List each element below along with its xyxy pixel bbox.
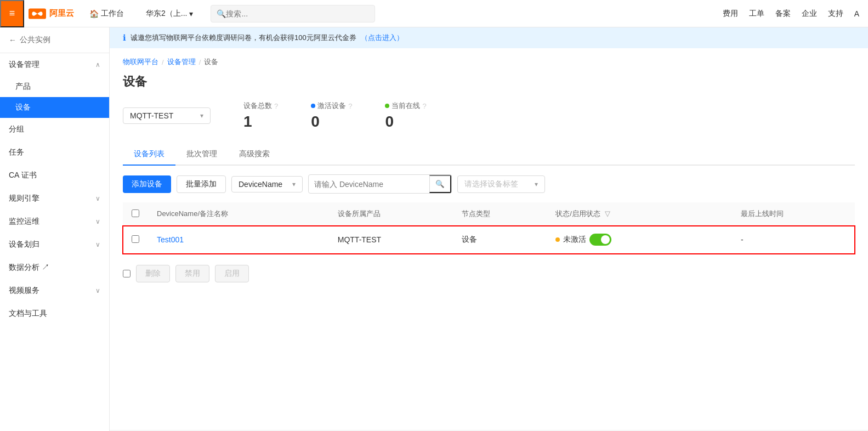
sidebar-item-products[interactable]: 产品 <box>0 76 109 97</box>
add-device-button[interactable]: 添加设备 <box>123 175 171 193</box>
aliyun-logo-icon <box>29 8 46 19</box>
sidebar-back-label: 公共实例 <box>20 35 50 45</box>
stat-online-help-icon[interactable]: ? <box>422 102 426 110</box>
breadcrumb-iot-platform[interactable]: 物联网平台 <box>123 57 158 67</box>
sidebar-section-title-video[interactable]: 视频服务 ∨ <box>0 279 109 302</box>
table-row: Test001 MQTT-TEST 设备 未激活 - <box>123 226 855 254</box>
row-checkbox[interactable] <box>132 235 139 243</box>
search-field-value: DeviceName <box>239 180 282 189</box>
global-search-bar[interactable]: 🔍 <box>211 5 375 22</box>
stat-online-devices: 当前在线 ? 0 <box>385 101 426 131</box>
sidebar-section-title-ca[interactable]: CA 证书 <box>0 164 109 187</box>
stat-online-label: 当前在线 <box>392 101 420 111</box>
sidebar-section-title-tasks[interactable]: 任务 <box>0 141 109 164</box>
nav-user-avatar[interactable]: A <box>854 9 859 18</box>
status-filter-icon[interactable]: ▽ <box>605 209 610 218</box>
table-header: DeviceName/备注名称 设备所属产品 节点类型 状态/启用状态 ▽ <box>123 202 855 226</box>
stats-row: MQTT-TEST ▾ 设备总数 ? 1 激活设备 ? 0 <box>123 101 855 131</box>
section-monitor-label: 监控运维 <box>9 217 39 226</box>
sidebar-section-tasks: 任务 <box>0 141 109 164</box>
device-table: DeviceName/备注名称 设备所属产品 节点类型 状态/启用状态 ▽ <box>123 202 855 254</box>
enable-button[interactable]: 启用 <box>215 265 249 282</box>
sidebar-section-title-docs[interactable]: 文档与工具 <box>0 302 109 325</box>
sidebar-section-title-data-analysis[interactable]: 数据分析 ↗ <box>0 256 109 279</box>
search-submit-button[interactable]: 🔍 <box>429 175 451 193</box>
chevron-down-icon: ▾ <box>189 9 193 18</box>
tab-advanced-search-label: 高级搜索 <box>239 149 270 158</box>
tab-batch-mgmt[interactable]: 批次管理 <box>175 144 228 166</box>
nav-enterprise[interactable]: 企业 <box>802 9 817 19</box>
nav-cost[interactable]: 费用 <box>723 9 738 19</box>
col-node-type: 节点类型 <box>453 202 547 226</box>
sidebar-section-title-device-assign[interactable]: 设备划归 ∨ <box>0 233 109 256</box>
collapse-icon-device-mgmt: ∧ <box>95 61 100 69</box>
search-input[interactable] <box>226 9 369 18</box>
stat-activated-dot <box>311 104 315 108</box>
batch-add-button[interactable]: 批量添加 <box>177 175 226 193</box>
device-name-link[interactable]: Test001 <box>157 235 184 244</box>
stat-activated-help-icon[interactable]: ? <box>348 102 352 110</box>
stat-online-value: 0 <box>385 113 426 131</box>
breadcrumb: 物联网平台 / 设备管理 / 设备 <box>123 57 855 67</box>
delete-button[interactable]: 删除 <box>136 265 170 282</box>
section-ca-label: CA 证书 <box>9 171 37 180</box>
section-video-label: 视频服务 <box>9 286 39 296</box>
notice-bar: ℹ 诚邀您填写物联网平台依赖度调研问卷，有机会获得100元阿里云代金券 （点击进… <box>110 27 868 48</box>
disable-button[interactable]: 禁用 <box>175 265 209 282</box>
stat-total-devices: 设备总数 ? 1 <box>243 101 278 131</box>
search-input-wrap: 🔍 <box>308 174 452 194</box>
sidebar-section-device-management: 设备管理 ∧ 产品 设备 <box>0 53 109 118</box>
breadcrumb-sep-1: / <box>162 58 164 66</box>
product-selector-value: MQTT-TEST <box>130 111 173 120</box>
sidebar-item-products-label: 产品 <box>15 82 31 90</box>
sidebar-item-devices[interactable]: 设备 <box>0 97 109 118</box>
tag-selector[interactable]: 请选择设备标签 ▾ <box>457 175 545 193</box>
stat-total-help-icon[interactable]: ? <box>274 102 278 110</box>
sidebar-section-title-monitor[interactable]: 监控运维 ∨ <box>0 210 109 233</box>
sidebar-section-groups: 分组 <box>0 118 109 141</box>
select-all-checkbox[interactable] <box>132 209 139 217</box>
tab-device-list[interactable]: 设备列表 <box>123 144 175 166</box>
stat-online-dot <box>385 104 389 108</box>
search-field-selector[interactable]: DeviceName ▾ <box>231 176 303 192</box>
hamburger-button[interactable]: ≡ <box>0 0 24 27</box>
workbench-label: 工作台 <box>101 9 124 19</box>
device-search-input[interactable] <box>309 177 429 192</box>
device-tabs: 设备列表 批次管理 高级搜索 <box>123 144 855 166</box>
main-content: ℹ 诚邀您填写物联网平台依赖度调研问卷，有机会获得100元阿里云代金券 （点击进… <box>110 27 868 431</box>
cell-operations <box>696 226 732 254</box>
section-data-analysis-label: 数据分析 ↗ <box>9 263 49 273</box>
cell-last-online: - <box>732 226 855 254</box>
nav-ticket[interactable]: 工单 <box>749 9 764 19</box>
breadcrumb-device-mgmt[interactable]: 设备管理 <box>167 57 196 67</box>
stat-total-label: 设备总数 <box>243 101 272 111</box>
toolbar: 添加设备 批量添加 DeviceName ▾ 🔍 请选择设备标签 ▾ <box>123 174 855 194</box>
bottom-select-all-checkbox[interactable] <box>123 270 131 277</box>
sidebar-section-title-rules[interactable]: 规则引擎 ∨ <box>0 187 109 210</box>
cell-product: MQTT-TEST <box>329 226 453 254</box>
sidebar-section-data-analysis: 数据分析 ↗ <box>0 256 109 279</box>
status-text: 未激活 <box>563 235 586 245</box>
sidebar-section-device-assign: 设备划归 ∨ <box>0 233 109 256</box>
sidebar-section-monitor: 监控运维 ∨ <box>0 210 109 233</box>
sidebar-section-title-groups[interactable]: 分组 <box>0 118 109 141</box>
enable-toggle[interactable] <box>589 234 611 246</box>
cell-node-type: 设备 <box>453 226 547 254</box>
top-nav: ≡ 阿里云 🏠 工作台 华东2（上... ▾ 🔍 费用 工单 备案 企业 支持 … <box>0 0 868 27</box>
stat-total-value: 1 <box>243 113 278 131</box>
notice-link[interactable]: （点击进入） <box>361 33 404 43</box>
workbench-link[interactable]: 🏠 工作台 <box>83 0 131 27</box>
sidebar-section-docs: 文档与工具 <box>0 302 109 325</box>
col-product: 设备所属产品 <box>329 202 453 226</box>
breadcrumb-devices: 设备 <box>204 57 218 67</box>
nav-record[interactable]: 备案 <box>775 9 791 19</box>
region-selector[interactable]: 华东2（上... ▾ <box>139 0 200 27</box>
product-selector[interactable]: MQTT-TEST ▾ <box>123 107 211 124</box>
search-icon: 🔍 <box>217 9 226 18</box>
nav-support[interactable]: 支持 <box>828 9 843 19</box>
section-rules-label: 规则引擎 <box>9 194 39 203</box>
sidebar-back-link[interactable]: ← 公共实例 <box>0 27 109 53</box>
tab-advanced-search[interactable]: 高级搜索 <box>228 144 281 166</box>
sidebar-section-title-device-management[interactable]: 设备管理 ∧ <box>0 53 109 76</box>
tab-device-list-label: 设备列表 <box>134 149 164 158</box>
